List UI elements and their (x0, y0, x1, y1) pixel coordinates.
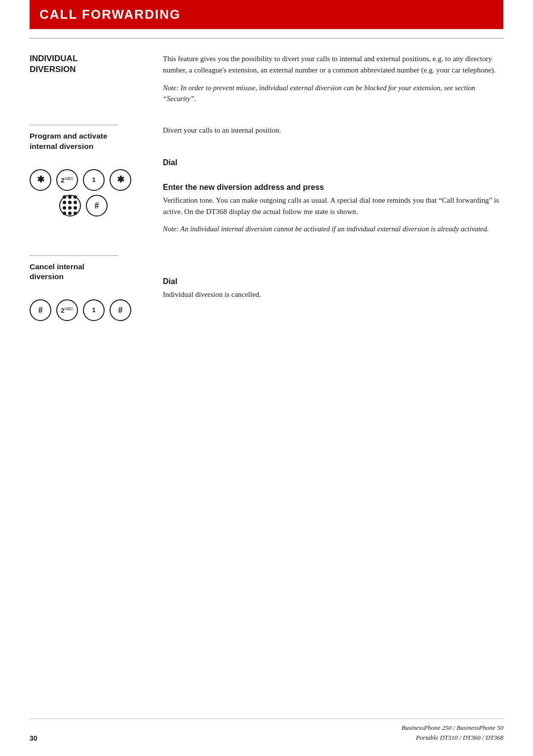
cancel-button-hash-2: # (110, 299, 131, 321)
cancel-button-2abc: 2ABC (56, 299, 78, 321)
cancel-button-1: 1 (83, 299, 105, 321)
footer-page-number: 30 (30, 734, 38, 742)
button-star-1: ✱ (30, 169, 51, 191)
right-column-individual: This feature gives you the possibility t… (158, 53, 503, 110)
dial-label-program: Dial (163, 158, 503, 167)
cancel-result-text: Individual diversion is cancelled. (163, 289, 503, 300)
footer-product-info: BusinessPhone 250 / BusinessPhone 50 Por… (401, 723, 503, 742)
individual-diversion-section: INDIVIDUAL DIVERSION This feature gives … (30, 53, 503, 110)
button-1: 1 (83, 169, 105, 191)
cancel-button-hash-1: # (30, 299, 51, 321)
right-column-program: Divert your calls to an internal positio… (158, 125, 503, 240)
individual-note: Note: In order to prevent misuse, indivi… (163, 82, 503, 105)
enter-label: Enter the new diversion address and pres… (163, 183, 503, 192)
right-column-cancel: Dial Individual diversion is cancelled. (158, 255, 503, 325)
program-note: Note: An individual internal diversion c… (163, 223, 503, 234)
header-banner: CALL FORWARDING (30, 0, 503, 29)
cancel-dial-sequence-row1: # 2ABC 1 (30, 299, 148, 321)
dial-label-cancel: Dial (163, 277, 503, 286)
program-description: Divert your calls to an internal positio… (163, 125, 503, 136)
left-column-individual: INDIVIDUAL DIVERSION (30, 53, 158, 110)
dial-sequence-row2: # (59, 195, 148, 216)
verification-text: Verification tone. You can make outgoing… (163, 195, 503, 218)
dial-sequence-row1: ✱ 2ABC 1 (30, 169, 148, 191)
left-column-cancel: Cancel internal diversion # 2ABC (30, 255, 158, 325)
individual-description: This feature gives you the possibility t… (163, 53, 503, 76)
sub-heading-cancel: Cancel internal diversion (30, 262, 148, 282)
button-2abc: 2ABC (56, 169, 78, 191)
button-star-2: ✱ (110, 169, 131, 191)
left-divider-program (30, 125, 118, 125)
button-hash-enter: # (86, 195, 108, 216)
left-divider-cancel (30, 255, 118, 256)
page-title: CALL FORWARDING (39, 7, 494, 22)
program-activate-section: Program and activate internal diversion … (30, 125, 503, 240)
cancel-internal-section: Cancel internal diversion # 2ABC (30, 255, 503, 325)
top-divider (30, 38, 503, 38)
button-dots-grid (59, 195, 81, 216)
sub-heading-program: Program and activate internal diversion (30, 131, 148, 151)
left-column-program: Program and activate internal diversion … (30, 125, 158, 240)
section-heading-individual: INDIVIDUAL DIVERSION (30, 53, 148, 75)
page-footer: 30 BusinessPhone 250 / BusinessPhone 50 … (30, 719, 503, 742)
